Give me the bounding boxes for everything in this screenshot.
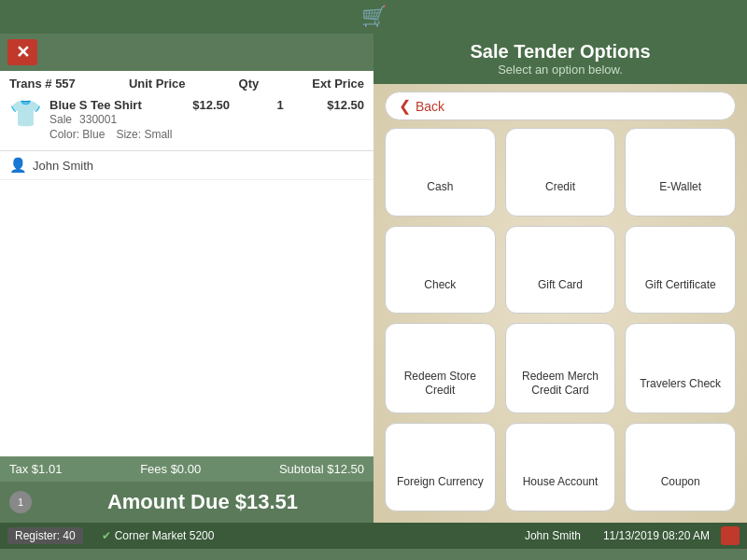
status-bar: Register: 40 ✔ Corner Market 5200 John S… (0, 523, 747, 549)
foreign-button[interactable]: ¥€ Foreign Currency (385, 423, 496, 511)
coupon-label: Coupon (661, 475, 700, 490)
check-icon-status: ✔ (102, 529, 111, 542)
ewallet-button[interactable]: E-Wallet (625, 128, 736, 217)
options-grid: Cash Credit (374, 128, 747, 523)
redeemmerch-label: Redeem Merch Credit Card (510, 370, 612, 399)
transaction-info: Trans # 557 Unit Price Qty Ext Price 👕 B… (0, 71, 374, 151)
right-panel: Sale Tender Options Select an option bel… (374, 34, 747, 523)
redeemstore-button[interactable]: Redeem Store Credit (385, 323, 496, 413)
item-color: Color: Blue (49, 128, 105, 141)
houseaccount-label: House Account (523, 475, 599, 490)
item-ext-price: $12.50 (327, 98, 364, 112)
tax-label: Tax $1.01 (9, 462, 62, 476)
giftcert-label: Gift Certificate (645, 278, 716, 293)
item-name: Blue S Tee Shirt (49, 98, 142, 112)
travelers-label: Travelers Check (640, 377, 721, 392)
store-label: Corner Market 5200 (115, 529, 215, 542)
back-arrow-icon: ❮ (399, 97, 411, 115)
trans-number: Trans # 557 (9, 77, 76, 91)
left-spacer (0, 180, 374, 456)
store-item: ✔ Corner Market 5200 (102, 529, 215, 542)
left-footer: Tax $1.01 Fees $0.00 Subtotal $12.50 (0, 456, 374, 482)
left-header: ✕ (0, 34, 374, 71)
status-right: John Smith 11/13/2019 08:20 AM (525, 529, 710, 542)
credit-label: Credit (545, 180, 575, 195)
customer-name: John Smith (33, 159, 93, 173)
item-qty: 1 (277, 98, 284, 112)
item-sku: 330001 (79, 113, 117, 126)
x-logo: ✕ (7, 39, 37, 65)
houseaccount-button[interactable]: House Account (505, 423, 616, 511)
item-size: Size: Small (116, 128, 172, 141)
cashier-label: John Smith (525, 529, 581, 542)
register-label: Register: 40 (7, 527, 83, 544)
coupon-button[interactable]: % Coupon (625, 423, 736, 511)
item-row: 👕 Blue S Tee Shirt $12.50 1 $12.50 Sale … (9, 94, 364, 145)
cash-label: Cash (427, 180, 453, 195)
register-item: Register: 40 (7, 527, 87, 544)
main-layout: ✕ Trans # 557 Unit Price Qty Ext Price 👕… (0, 34, 747, 523)
redeemstore-label: Redeem Store Credit (389, 370, 491, 399)
item-type: Sale (49, 113, 72, 126)
shirt-icon: 👕 (9, 98, 42, 129)
subtotal-label: Subtotal $12.50 (279, 462, 364, 476)
back-label: Back (416, 99, 444, 114)
col-qty: Qty (239, 77, 260, 91)
fees-label: Fees $0.00 (140, 462, 201, 476)
customer-row: 👤 John Smith (0, 151, 374, 180)
item-details: Blue S Tee Shirt $12.50 1 $12.50 Sale 33… (49, 98, 364, 141)
back-button[interactable]: ❮ Back (385, 91, 736, 120)
giftcard-label: Gift Card (538, 278, 583, 293)
col-ext-price: Ext Price (312, 77, 364, 91)
item-unit-price: $12.50 (192, 98, 230, 112)
right-header: Sale Tender Options Select an option bel… (374, 34, 747, 84)
item-sub-row: Sale 330001 (49, 113, 364, 126)
amount-due-text: Amount Due $13.51 (41, 490, 364, 514)
amount-due-bar: 1 Amount Due $13.51 (0, 482, 374, 523)
panel-subtitle: Select an option below. (381, 63, 740, 77)
trans-header: Trans # 557 Unit Price Qty Ext Price (9, 77, 364, 91)
redeemmerch-button[interactable]: Redeem Merch Credit Card (505, 323, 616, 413)
giftcert-button[interactable]: Gift Certificate (625, 226, 736, 315)
cart-icon: 🛒 (361, 5, 387, 29)
status-red-button[interactable] (721, 526, 740, 545)
top-bar: 🛒 (0, 0, 747, 34)
giftcard-button[interactable]: Gift Card (505, 226, 616, 315)
foreign-label: Foreign Currency (397, 475, 484, 490)
panel-title: Sale Tender Options (381, 41, 740, 63)
item-attrs: Color: Blue Size: Small (49, 128, 364, 141)
credit-button[interactable]: Credit (505, 128, 616, 217)
customer-icon: 👤 (9, 157, 27, 174)
cart-badge: 1 (9, 491, 32, 513)
cash-button[interactable]: Cash (385, 128, 496, 217)
left-panel: ✕ Trans # 557 Unit Price Qty Ext Price 👕… (0, 34, 374, 523)
check-button[interactable]: Check (385, 226, 496, 315)
item-name-row: Blue S Tee Shirt $12.50 1 $12.50 (49, 98, 364, 112)
cart-count: 1 (18, 497, 23, 508)
check-label: Check (424, 278, 456, 293)
col-unit-price: Unit Price (129, 77, 186, 91)
travelers-button[interactable]: TC Travelers Check (625, 323, 736, 413)
datetime-label: 11/13/2019 08:20 AM (603, 529, 710, 542)
ewallet-label: E-Wallet (659, 180, 701, 195)
